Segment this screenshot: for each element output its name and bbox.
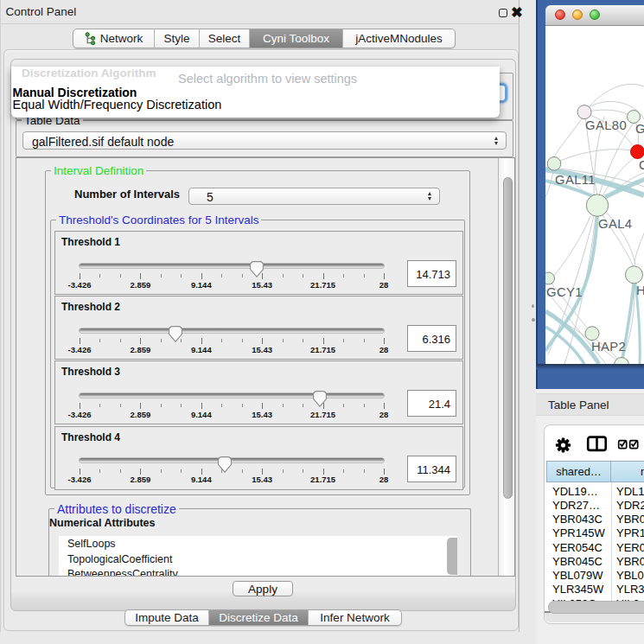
svg-text:GAL11: GAL11 <box>555 173 596 187</box>
svg-text:G.: G. <box>635 122 644 136</box>
svg-text:HAP2: HAP2 <box>591 340 626 354</box>
svg-text:GAL4: GAL4 <box>598 217 632 231</box>
svg-text:H: H <box>636 284 644 297</box>
svg-text:GAL80: GAL80 <box>585 118 627 132</box>
svg-text:GCY1: GCY1 <box>546 285 583 299</box>
svg-text:C: C <box>639 158 644 172</box>
